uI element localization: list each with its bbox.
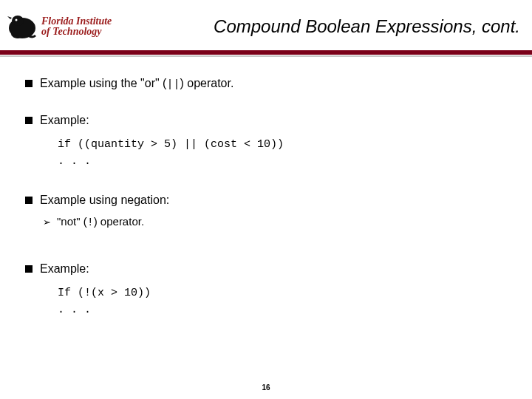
slide-content: Example using the "or" (||) operator. Ex… [0, 57, 532, 316]
bullet-or-operator: Example using the "or" (||) operator. [25, 76, 510, 92]
code-ellipsis-2: . . . [58, 304, 510, 316]
code-inline: || [166, 78, 180, 91]
code-ellipsis-1: . . . [58, 155, 510, 168]
logo: Florida Institute of Technology [6, 12, 112, 41]
code-line-2: If (!(x > 10)) [58, 287, 510, 299]
text-fragment: "not" ( [57, 215, 87, 228]
panther-icon [6, 12, 38, 41]
bullet-text: Example using the "or" (||) operator. [40, 76, 233, 92]
square-bullet-icon [25, 80, 33, 87]
bullet-text: Example: [40, 113, 89, 129]
square-bullet-icon [25, 265, 33, 273]
code-line-1: if ((quantity > 5) || (cost < 10)) [58, 138, 510, 151]
slide-header: Florida Institute of Technology Compound… [0, 0, 532, 50]
svg-point-2 [16, 19, 18, 21]
code-inline: ! [87, 216, 94, 229]
text-fragment: ) operator. [180, 77, 233, 89]
svg-point-1 [12, 16, 24, 26]
page-number: 16 [0, 383, 532, 392]
bullet-text: Example using negation: [40, 193, 169, 208]
bullet-negation: Example using negation: [25, 193, 510, 208]
bullet-example-2: Example: [25, 262, 510, 277]
logo-text: Florida Institute of Technology [41, 16, 112, 37]
sub-bullet-text: "not" (!) operator. [57, 214, 144, 231]
text-fragment: ) operator. [94, 215, 144, 228]
bullet-example-1: Example: [25, 113, 510, 129]
bullet-text: Example: [40, 262, 89, 277]
arrow-bullet-icon: ➢ [43, 216, 51, 228]
sub-bullet-not: ➢ "not" (!) operator. [43, 214, 510, 231]
logo-line-1: Florida Institute [41, 16, 112, 27]
header-rule-dark [0, 50, 532, 55]
logo-line-2: of Technology [41, 27, 112, 37]
square-bullet-icon [25, 117, 33, 124]
text-fragment: Example using the "or" ( [40, 77, 166, 89]
slide-title: Compound Boolean Expressions, cont. [112, 16, 522, 37]
square-bullet-icon [25, 197, 33, 204]
